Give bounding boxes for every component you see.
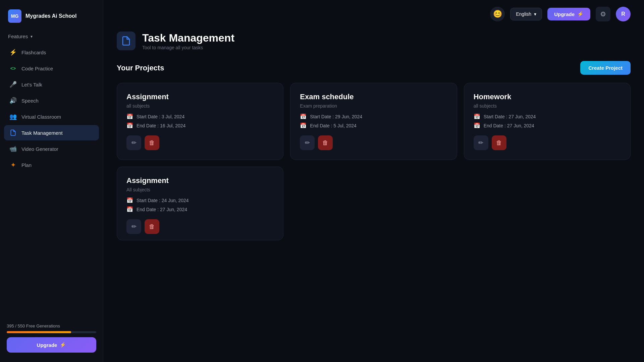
edit-button[interactable]: ✏ (300, 135, 315, 150)
sidebar: MG Mygrades Ai School Features ▾ ⚡ Flash… (0, 0, 103, 362)
avatar-letter: R (621, 11, 625, 17)
generations-info: 395 / 550 Free Generations (7, 323, 96, 333)
language-chevron-icon: ▾ (534, 11, 536, 17)
project-actions: ✏ 🗑 (126, 219, 274, 234)
page-title-group: Task Management Tool to manage all your … (142, 32, 234, 50)
sidebar-item-code-practice[interactable]: <> Code Practice (4, 61, 99, 76)
projects-title: Your Projects (117, 64, 164, 72)
upgrade-top-icon: ⚡ (577, 11, 584, 17)
sidebar-item-video-generator[interactable]: 📹 Video Generator (4, 141, 99, 157)
project-dates: 📅 Start Date : 29 Jun, 2024 📅 End Date :… (300, 113, 447, 129)
project-category: All subjects (126, 187, 274, 192)
page-subtitle: Tool to manage all your tasks (142, 45, 234, 50)
features-label: Features (8, 34, 28, 39)
smiley-button[interactable]: 😊 (490, 7, 505, 21)
settings-icon: ⚙ (600, 10, 606, 18)
sidebar-logo[interactable]: MG Mygrades Ai School (0, 0, 103, 31)
projects-grid-row2: Assignment All subjects 📅 Start Date : 2… (117, 167, 631, 240)
calendar-icon: 📅 (126, 197, 133, 203)
delete-button[interactable]: 🗑 (492, 135, 506, 150)
start-date-text: Start Date : 29 Jun, 2024 (310, 114, 362, 119)
calendar-icon: 📅 (474, 113, 480, 120)
start-date-text: Start Date : 3 Jul, 2024 (137, 114, 184, 119)
sidebar-item-label: Plan (21, 162, 32, 168)
settings-button[interactable]: ⚙ (596, 7, 610, 21)
main-content: 😊 English ▾ Upgrade ⚡ ⚙ R (103, 0, 644, 362)
project-dates: 📅 Start Date : 24 Jun, 2024 📅 End Date :… (126, 197, 274, 213)
app-layout: MG Mygrades Ai School Features ▾ ⚡ Flash… (0, 0, 644, 362)
upgrade-top-button[interactable]: Upgrade ⚡ (547, 8, 590, 20)
project-card-3: Assignment All subjects 📅 Start Date : 2… (117, 167, 283, 240)
start-date-text: Start Date : 24 Jun, 2024 (137, 198, 189, 203)
project-category: all subjects (474, 103, 621, 109)
project-end-date: 📅 End Date : 27 Jun, 2024 (474, 122, 621, 129)
project-actions: ✏ 🗑 (300, 135, 447, 150)
project-card-2: Homework all subjects 📅 Start Date : 27 … (464, 83, 631, 160)
project-actions: ✏ 🗑 (126, 135, 274, 150)
edit-button[interactable]: ✏ (126, 219, 141, 234)
calendar-icon: 📅 (126, 122, 133, 129)
project-dates: 📅 Start Date : 3 Jul, 2024 📅 End Date : … (126, 113, 274, 129)
upgrade-top-label: Upgrade (554, 11, 575, 17)
sidebar-nav: ⚡ Flashcards <> Code Practice 🎤 Let's Ta… (0, 45, 103, 317)
delete-button[interactable]: 🗑 (145, 135, 159, 150)
generations-text: 395 / 550 Free Generations (7, 323, 96, 328)
end-date-text: End Date : 16 Jul, 2024 (137, 123, 185, 128)
sidebar-item-speech[interactable]: 🔊 Speech (4, 93, 99, 108)
logo-icon: MG (8, 9, 21, 23)
progress-bar (7, 331, 96, 333)
page-header: Task Management Tool to manage all your … (117, 32, 631, 50)
delete-button[interactable]: 🗑 (318, 135, 333, 150)
project-name: Assignment (126, 93, 274, 101)
delete-button[interactable]: 🗑 (145, 219, 159, 234)
logo-text: Mygrades Ai School (25, 13, 76, 19)
project-name: Assignment (126, 176, 274, 185)
project-name: Homework (474, 93, 621, 101)
project-card-0: Assignment all subjects 📅 Start Date : 3… (117, 83, 283, 160)
sidebar-item-label: Code Practice (21, 66, 53, 71)
features-header[interactable]: Features ▾ (0, 31, 103, 45)
start-date-text: Start Date : 27 Jun, 2024 (484, 114, 536, 119)
project-start-date: 📅 Start Date : 29 Jun, 2024 (300, 113, 447, 120)
language-selector[interactable]: English ▾ (510, 8, 542, 20)
sidebar-item-label: Task Management (21, 130, 63, 136)
project-end-date: 📅 End Date : 27 Jun, 2024 (126, 206, 274, 213)
sidebar-item-label: Speech (21, 98, 39, 104)
calendar-icon: 📅 (300, 122, 307, 129)
sidebar-item-lets-talk[interactable]: 🎤 Let's Talk (4, 77, 99, 92)
sidebar-item-label: Let's Talk (21, 82, 42, 87)
sidebar-item-virtual-classroom[interactable]: 👥 Virtual Classroom (4, 109, 99, 124)
project-start-date: 📅 Start Date : 27 Jun, 2024 (474, 113, 621, 120)
edit-button[interactable]: ✏ (474, 135, 488, 150)
upgrade-icon: ⚡ (60, 342, 66, 348)
edit-button[interactable]: ✏ (126, 135, 141, 150)
plan-icon: ✦ (9, 161, 17, 169)
project-category: all subjects (126, 103, 274, 109)
sidebar-item-task-management[interactable]: Task Management (4, 125, 99, 140)
progress-bar-fill (7, 331, 71, 333)
mic-icon: 🎤 (9, 81, 17, 88)
end-date-text: End Date : 5 Jul, 2024 (310, 123, 357, 128)
sidebar-item-plan[interactable]: ✦ Plan (4, 157, 99, 173)
language-label: English (516, 11, 531, 17)
projects-header: Your Projects Create Project (117, 61, 631, 75)
flash-icon: ⚡ (9, 49, 17, 56)
projects-grid-row1: Assignment all subjects 📅 Start Date : 3… (117, 83, 631, 160)
calendar-icon: 📅 (474, 122, 480, 129)
sidebar-item-label: Video Generator (21, 146, 58, 152)
smiley-icon: 😊 (493, 10, 502, 18)
project-category: Exam preparation (300, 103, 447, 109)
calendar-icon: 📅 (300, 113, 307, 120)
speaker-icon: 🔊 (9, 97, 17, 104)
sidebar-bottom: 395 / 550 Free Generations Upgrade ⚡ (0, 317, 103, 362)
upgrade-button[interactable]: Upgrade ⚡ (7, 337, 96, 353)
code-icon: <> (9, 65, 17, 72)
create-project-button[interactable]: Create Project (580, 61, 631, 75)
end-date-text: End Date : 27 Jun, 2024 (484, 123, 534, 128)
upgrade-label: Upgrade (37, 342, 57, 348)
avatar-button[interactable]: R (616, 7, 631, 21)
sidebar-item-flashcards[interactable]: ⚡ Flashcards (4, 45, 99, 60)
sidebar-item-label: Virtual Classroom (21, 114, 61, 120)
calendar-icon: 📅 (126, 113, 133, 120)
chevron-down-icon: ▾ (31, 34, 33, 39)
